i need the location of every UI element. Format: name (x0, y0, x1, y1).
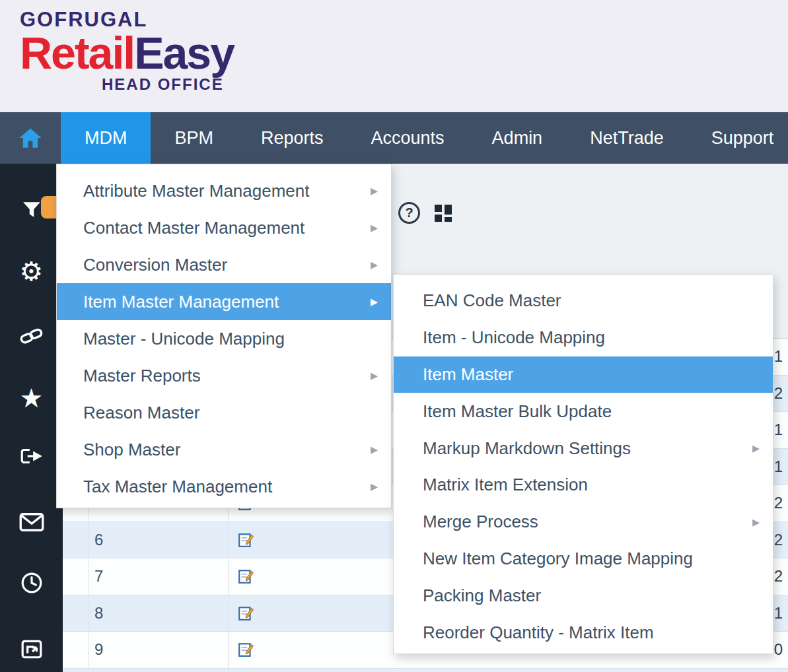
table-cell-value: 0 (774, 640, 783, 659)
menu-item-reason-master[interactable]: Reason Master (57, 394, 391, 431)
menu-item-contact-master-management[interactable]: Contact Master Management▸ (57, 209, 391, 246)
table-cell-value: 2 (774, 494, 783, 512)
chevron-right-icon: ▸ (371, 219, 378, 236)
row-serial: 6 (94, 531, 103, 549)
menu-item-item-unicode-mapping[interactable]: Item - Unicode Mapping (394, 319, 773, 356)
table-cell-value: 1 (774, 420, 783, 439)
chevron-right-icon: ▸ (371, 478, 378, 495)
nav-bpm[interactable]: BPM (151, 112, 237, 164)
content-toolbar: ? (398, 202, 453, 224)
menu-item-label: Merge Process (423, 512, 538, 532)
menu-item-ean-code-master[interactable]: EAN Code Master (394, 283, 773, 319)
menu-item-packing-master[interactable]: Packing Master (394, 577, 773, 614)
menu-item-label: Item Master (423, 364, 513, 385)
menu-item-label: Shop Master (83, 440, 180, 460)
menu-item-new-item-category-image-mapping[interactable]: New Item Category Image Mapping (394, 541, 773, 578)
menu-item-label: Conversion Master (83, 255, 227, 275)
table-cell-value: 2 (774, 531, 783, 549)
menu-item-label: Tax Master Management (83, 477, 272, 497)
menu-item-label: Item Master Management (83, 292, 279, 312)
table-cell-value: 2 (774, 567, 783, 586)
menu-item-attribute-master-management[interactable]: Attribute Master Management▸ (57, 172, 391, 209)
product-name: RetailEasy (20, 30, 788, 75)
edit-row-icon[interactable] (238, 532, 254, 548)
menu-item-item-master-management[interactable]: Item Master Management▸ (57, 283, 391, 320)
nav-nettrade[interactable]: NetTrade (566, 112, 688, 164)
menu-item-label: Master - Unicode Mapping (83, 329, 285, 349)
mdm-dropdown-menu: Attribute Master Management▸ Contact Mas… (56, 164, 392, 508)
chevron-right-icon: ▸ (752, 514, 760, 531)
table-cell-value: 1 (774, 604, 783, 622)
nav-mdm[interactable]: MDM (61, 112, 151, 164)
grid-layout-icon[interactable] (433, 203, 453, 223)
menu-item-label: Item - Unicode Mapping (423, 327, 605, 348)
top-nav: MDM BPM Reports Accounts Admin NetTrade … (0, 112, 788, 164)
menu-item-label: Master Reports (83, 366, 201, 386)
menu-item-master-unicode-mapping[interactable]: Master - Unicode Mapping (57, 320, 391, 357)
nav-admin[interactable]: Admin (468, 112, 567, 164)
menu-item-label: Item Master Bulk Update (423, 401, 612, 422)
menu-item-shop-master[interactable]: Shop Master▸ (57, 431, 391, 468)
link-icon[interactable] (0, 321, 63, 350)
row-serial: 9 (94, 640, 103, 659)
chevron-right-icon: ▸ (752, 440, 760, 457)
menu-item-label: EAN Code Master (423, 290, 561, 311)
window-switch-icon[interactable] (0, 634, 63, 663)
menu-item-conversion-master[interactable]: Conversion Master▸ (57, 246, 391, 283)
chevron-right-icon: ▸ (371, 441, 378, 458)
nav-home[interactable] (0, 112, 61, 164)
star-icon[interactable]: ★ (0, 384, 63, 413)
menu-item-master-reports[interactable]: Master Reports▸ (57, 357, 391, 394)
menu-item-matrix-item-extension[interactable]: Matrix Item Extension (394, 467, 773, 504)
table-cell-value: 1 (774, 347, 783, 366)
row-serial: 8 (94, 604, 103, 622)
nav-reports[interactable]: Reports (237, 112, 347, 164)
chevron-right-icon: ▸ (371, 256, 378, 273)
menu-item-label: Matrix Item Extension (423, 475, 588, 495)
menu-item-label: Attribute Master Management (83, 181, 310, 201)
menu-item-reorder-quantity-matrix-item[interactable]: Reorder Quantity - Matrix Item (394, 614, 773, 651)
forward-icon[interactable] (0, 442, 63, 471)
table-cell-value: 1 (774, 457, 783, 476)
menu-item-item-master-bulk-update[interactable]: Item Master Bulk Update (394, 393, 773, 430)
product-name-easy: Easy (134, 28, 234, 78)
app-header: GOFRUGAL RetailEasy HEAD OFFICE (0, 0, 788, 112)
menu-item-label: Reorder Quantity - Matrix Item (423, 622, 654, 643)
edit-row-icon[interactable] (238, 568, 254, 584)
row-serial: 7 (94, 567, 103, 586)
menu-item-label: Packing Master (423, 586, 541, 606)
product-name-retail: Retail (20, 28, 134, 78)
clock-icon[interactable] (0, 568, 63, 597)
mail-icon[interactable] (0, 508, 63, 537)
help-icon[interactable]: ? (398, 202, 420, 224)
left-sidebar: ⚙ ★ (0, 164, 63, 672)
nav-support[interactable]: Support (688, 112, 788, 164)
gear-icon[interactable]: ⚙ (0, 257, 63, 286)
chevron-right-icon: ▸ (371, 182, 378, 199)
menu-item-merge-process[interactable]: Merge Process▸ (394, 504, 773, 541)
menu-item-label: New Item Category Image Mapping (423, 549, 693, 569)
edit-row-icon[interactable] (238, 642, 254, 657)
edit-row-icon[interactable] (238, 605, 254, 621)
home-icon (18, 127, 42, 149)
table-row (63, 669, 788, 672)
table-cell-value: 2 (774, 384, 783, 403)
menu-item-label: Markup Markdown Settings (423, 438, 631, 459)
menu-item-label: Reason Master (83, 403, 199, 423)
menu-item-item-master[interactable]: Item Master (394, 356, 773, 393)
screen: GOFRUGAL RetailEasy HEAD OFFICE MDM BPM … (0, 0, 788, 672)
chevron-right-icon: ▸ (371, 293, 378, 310)
item-master-submenu: EAN Code Master Item - Unicode Mapping I… (393, 274, 773, 654)
menu-item-label: Contact Master Management (83, 218, 304, 238)
menu-item-tax-master-management[interactable]: Tax Master Management▸ (57, 468, 391, 505)
chevron-right-icon: ▸ (371, 367, 378, 384)
head-office-tagline: HEAD OFFICE (102, 75, 788, 94)
app-logo: GOFRUGAL RetailEasy HEAD OFFICE (20, 8, 788, 94)
nav-accounts[interactable]: Accounts (347, 112, 468, 164)
menu-item-markup-markdown-settings[interactable]: Markup Markdown Settings▸ (394, 430, 773, 467)
